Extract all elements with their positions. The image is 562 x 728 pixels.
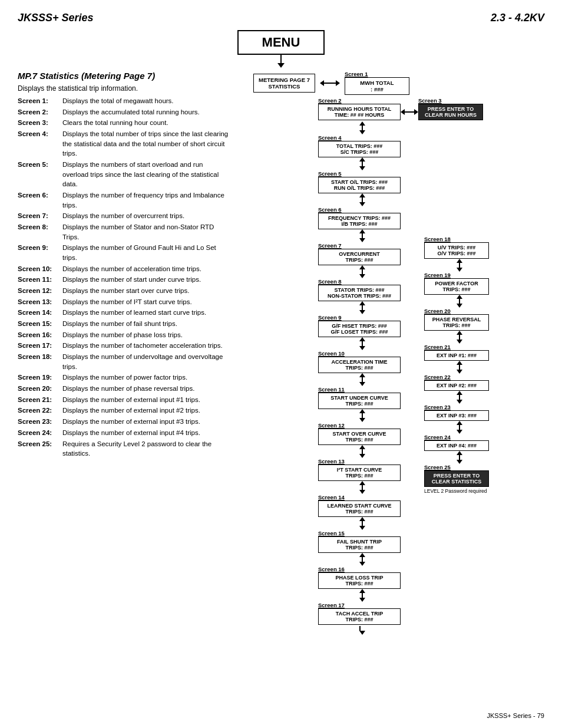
screen-item-label: Screen 3: bbox=[18, 118, 60, 128]
screen-item-desc: Displays the number of Stator and non-St… bbox=[62, 222, 230, 242]
screens-5-17: Screen 5 START O/L TRIPS: ###RUN O/L TRI… bbox=[318, 157, 401, 635]
screen-item-label: Screen 14: bbox=[18, 308, 60, 318]
screen-label: Screen 19 bbox=[424, 272, 451, 278]
screen-group-screen20: Screen 20 PHASE REVERSALTRIPS: ### bbox=[424, 308, 489, 331]
screen-item-desc: Displays the number of phase reversal tr… bbox=[62, 384, 230, 394]
screen-group-screen5: Screen 5 START O/L TRIPS: ###RUN O/L TRI… bbox=[318, 170, 401, 193]
screen-list-item: Screen 10:Displays the number of acceler… bbox=[18, 264, 230, 274]
screen-node: FAIL SHUNT TRIPTRIPS: ### bbox=[318, 536, 401, 553]
arrow-left-1 bbox=[320, 80, 324, 86]
screen-item-desc: Displays the number of external input #1… bbox=[62, 395, 230, 405]
screen-item-label: Screen 7: bbox=[18, 211, 60, 221]
diagram-column: METERING PAGE 7 STATISTICS Screen 1 MWH … bbox=[242, 71, 544, 635]
screen-label: Screen 13 bbox=[318, 458, 345, 465]
screen-item-desc: Displays the number of overcurrent trips… bbox=[62, 211, 230, 221]
screen-item-desc: Displays the number of Ground Fault Hi a… bbox=[62, 243, 230, 262]
screen2-node: RUNNING HOURS TOTALTIME: ## ## HOURS bbox=[318, 104, 401, 120]
screen-label: Screen 20 bbox=[424, 308, 451, 314]
screen-group-screen18: Screen 18 U/V TRIPS: ###O/V TRIPS: ### bbox=[424, 236, 489, 259]
footer-text: JKSSS+ Series - 79 bbox=[487, 712, 544, 719]
screen-node: FREQUENCY TRIPS: ###I/B TRIPS: ### bbox=[318, 213, 401, 229]
screen-item-label: Screen 6: bbox=[18, 190, 60, 210]
screen-label: Screen 10 bbox=[318, 350, 345, 357]
screen-node: I²T START CURVETRIPS: ### bbox=[318, 465, 401, 481]
screen-node: START UNDER CURVETRIPS: ### bbox=[318, 393, 401, 409]
screen-group-screen16: Screen 16 PHASE LOSS TRIPTRIPS: ### bbox=[318, 566, 401, 589]
screen-group-screen21: Screen 21 EXT INP #1: ### bbox=[424, 344, 489, 361]
screen-group-screen14: Screen 14 LEARNED START CURVETRIPS: ### bbox=[318, 494, 401, 517]
screen-item-desc: Displays the number of phase loss trips. bbox=[62, 330, 230, 340]
screen-node: EXT INP #1: ### bbox=[424, 350, 489, 361]
screen-group-screen13: Screen 13 I²T START CURVETRIPS: ### bbox=[318, 458, 401, 481]
screen-list-item: Screen 9:Displays the number of Ground F… bbox=[18, 243, 230, 262]
v-connector bbox=[318, 589, 401, 602]
screen-item-label: Screen 18: bbox=[18, 352, 60, 371]
screen-item-desc: Displays the total of megawatt hours. bbox=[62, 96, 230, 106]
main-content: MP.7 Statistics (Metering Page 7) Displa… bbox=[18, 71, 544, 635]
screen-list: Screen 1:Displays the total of megawatt … bbox=[18, 96, 230, 459]
screen-node: START O/L TRIPS: ###RUN O/L TRIPS: ### bbox=[318, 177, 401, 193]
screen-node: PRESS ENTER TOCLEAR STATISTICS bbox=[424, 470, 489, 487]
v-connector bbox=[318, 445, 401, 458]
screen-label: Screen 16 bbox=[318, 566, 345, 572]
screen-list-item: Screen 7:Displays the number of overcurr… bbox=[18, 211, 230, 221]
screen-node: POWER FACTORTRIPS: ### bbox=[424, 278, 489, 295]
screen-item-label: Screen 10: bbox=[18, 264, 60, 274]
screen-item-desc: Displays the number start over curve tri… bbox=[62, 286, 230, 296]
screen-item-label: Screen 1: bbox=[18, 96, 60, 106]
screen-item-label: Screen 23: bbox=[18, 417, 60, 427]
v-connector bbox=[318, 373, 401, 386]
screen2-group: Screen 2 RUNNING HOURS TOTALTIME: ## ## … bbox=[318, 97, 401, 120]
screen-note: LEVEL 2 Password required bbox=[424, 488, 487, 494]
screen-item-label: Screen 13: bbox=[18, 297, 60, 307]
screen-item-label: Screen 11: bbox=[18, 275, 60, 285]
screen-node: LEARNED START CURVETRIPS: ### bbox=[318, 500, 401, 517]
screen-label: Screen 25 bbox=[424, 464, 451, 470]
screen-item-desc: Displays the number of learned start cur… bbox=[62, 308, 230, 318]
screen-list-item: Screen 12:Displays the number start over… bbox=[18, 286, 230, 296]
voltage-range: 2.3 - 4.2KV bbox=[491, 12, 544, 24]
screen1-node: MWH TOTAL: ### bbox=[345, 77, 409, 95]
screen-list-item: Screen 21:Displays the number of externa… bbox=[18, 395, 230, 405]
screen-list-item: Screen 24:Displays the number of externa… bbox=[18, 428, 230, 438]
screen-list-item: Screen 3:Clears the total running hour c… bbox=[18, 118, 230, 128]
screen-list-item: Screen 2:Displays the accumulated total … bbox=[18, 107, 230, 117]
screen-item-label: Screen 2: bbox=[18, 107, 60, 117]
screen-group-screen12: Screen 12 START OVER CURVETRIPS: ### bbox=[318, 422, 401, 445]
v-connector bbox=[318, 229, 401, 242]
screen-label: Screen 9 bbox=[318, 314, 342, 321]
screen-item-desc: Displays the numbers of start overload a… bbox=[62, 160, 230, 189]
screen-group-screen15: Screen 15 FAIL SHUNT TRIPTRIPS: ### bbox=[318, 530, 401, 553]
screen-node: START OVER CURVETRIPS: ### bbox=[318, 429, 401, 445]
screen4-group: Screen 4 TOTAL TRIPS: ###S/C TRIPS: ### bbox=[318, 134, 401, 157]
screen-item-desc: Displays the total number of trips since… bbox=[62, 129, 230, 159]
screen3-group: Screen 3 PRESS ENTER TOCLEAR RUN HOURS bbox=[418, 97, 483, 120]
arrow-down-1 bbox=[277, 63, 285, 68]
h-line-1 bbox=[324, 83, 336, 84]
screen-node: ACCELERATION TIMETRIPS: ### bbox=[318, 357, 401, 373]
screen2-label: Screen 2 bbox=[318, 97, 342, 104]
screen-group-screen25: Screen 25 PRESS ENTER TOCLEAR STATISTICS… bbox=[424, 464, 489, 494]
screen-item-desc: Displays the accumulated total running h… bbox=[62, 107, 230, 117]
intro-text: Displays the statistical trip informatio… bbox=[18, 84, 230, 93]
screen-list-item: Screen 13:Displays the number of I²T sta… bbox=[18, 297, 230, 307]
screen-list-item: Screen 1:Displays the total of megawatt … bbox=[18, 96, 230, 106]
screen-label: Screen 22 bbox=[424, 374, 451, 380]
screen1-label: Screen 1 bbox=[345, 71, 368, 77]
h-connector-1 bbox=[320, 80, 340, 86]
v-connector bbox=[318, 337, 401, 350]
screen-item-desc: Displays the number of external input #2… bbox=[62, 406, 230, 416]
screen-node: PHASE REVERSALTRIPS: ### bbox=[424, 314, 489, 331]
screen-item-desc: Displays the number of acceleration time… bbox=[62, 264, 230, 274]
left-description: MP.7 Statistics (Metering Page 7) Displa… bbox=[18, 71, 230, 635]
screen-label: Screen 6 bbox=[318, 206, 342, 213]
screen-node: EXT INP #3: ### bbox=[424, 410, 489, 421]
screen-item-desc: Displays the number of external input #4… bbox=[62, 428, 230, 438]
screen-list-item: Screen 14:Displays the number of learned… bbox=[18, 308, 230, 318]
screen-item-desc: Displays the number of tachometer accele… bbox=[62, 341, 230, 351]
screen-label: Screen 17 bbox=[318, 602, 345, 608]
screen-item-desc: Displays the number of external input #3… bbox=[62, 417, 230, 427]
screen-list-item: Screen 6:Displays the number of frequenc… bbox=[18, 190, 230, 210]
screen-item-label: Screen 4: bbox=[18, 129, 60, 159]
screen-item-label: Screen 19: bbox=[18, 373, 60, 383]
